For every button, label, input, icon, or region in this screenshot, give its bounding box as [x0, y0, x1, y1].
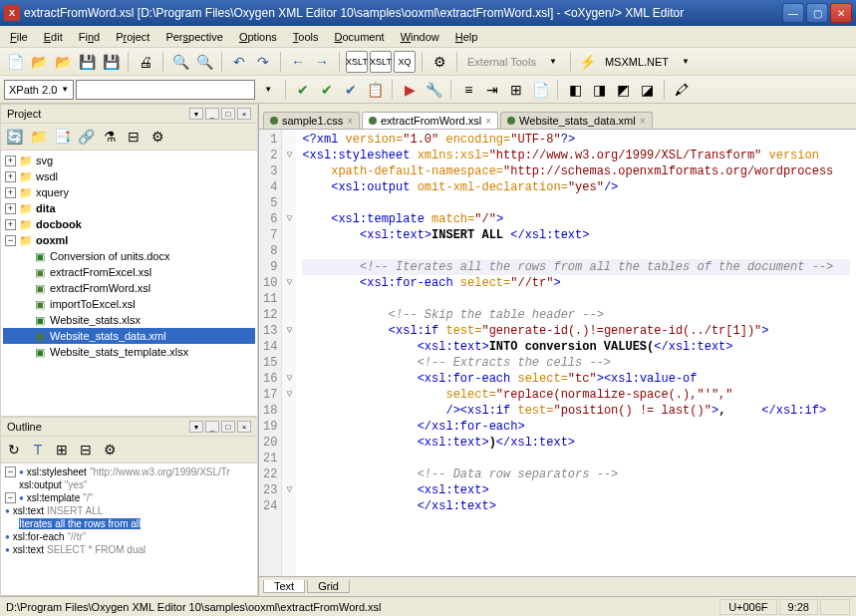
outline-min-icon[interactable]: _: [205, 421, 219, 433]
code-editor[interactable]: 123456789101112131415161718192021222324 …: [259, 130, 856, 576]
close-tab-icon[interactable]: ×: [347, 116, 353, 127]
outline-node[interactable]: ●xsl:for-each "//tr": [3, 530, 255, 543]
editor-tab[interactable]: Website_stats_data.xml×: [500, 112, 652, 129]
xq-icon[interactable]: XQ: [394, 51, 416, 73]
expand-icon[interactable]: +: [5, 171, 16, 182]
outline-gear-icon[interactable]: ⚙: [99, 439, 121, 461]
forward-icon[interactable]: →: [311, 51, 333, 73]
outline-node[interactable]: −●xsl:template "/": [3, 491, 255, 504]
search-icon[interactable]: 🔍: [169, 51, 191, 73]
expand-icon[interactable]: +: [5, 155, 16, 166]
refresh-icon[interactable]: 🔄: [3, 126, 25, 148]
schema-icon[interactable]: 📋: [364, 79, 386, 101]
menu-find[interactable]: Find: [71, 29, 108, 45]
tree-file[interactable]: ▣extractFromWord.xsl: [3, 280, 255, 296]
open-file-icon[interactable]: 📂: [28, 51, 50, 73]
outline-node[interactable]: −●xsl:stylesheet"http://www.w3.org/1999/…: [3, 465, 255, 478]
expand-icon[interactable]: −: [5, 235, 16, 246]
expand-icon[interactable]: +: [5, 219, 16, 230]
menu-project[interactable]: Project: [108, 29, 157, 45]
close-button[interactable]: ✕: [830, 3, 852, 23]
panel-menu-icon[interactable]: ▾: [189, 108, 203, 120]
tree-folder[interactable]: +📁dita: [3, 200, 255, 216]
outline-menu-icon[interactable]: ▾: [189, 421, 203, 433]
tree-file[interactable]: ▣Conversion of units.docx: [3, 248, 255, 264]
expand-icon[interactable]: +: [5, 187, 16, 198]
project-tree[interactable]: +📁svg+📁wsdl+📁xquery+📁dita+📁docbook−📁ooxm…: [1, 151, 257, 416]
doc-icon[interactable]: 📄: [529, 79, 551, 101]
editor-tab[interactable]: sample1.css×: [263, 112, 360, 129]
new-folder-icon[interactable]: 📁: [27, 126, 49, 148]
add-file-icon[interactable]: 📑: [51, 126, 73, 148]
panel-max-icon[interactable]: □: [221, 108, 235, 120]
external-tools-dropdown-icon[interactable]: ▼: [542, 51, 564, 73]
xpath-version-select[interactable]: XPath 2.0 ▼: [4, 80, 74, 100]
xslt-alt-icon[interactable]: XSLT: [370, 51, 392, 73]
engine-dropdown-chevron-icon[interactable]: ▼: [675, 51, 697, 73]
tree-folder[interactable]: +📁wsdl: [3, 168, 255, 184]
close-tab-icon[interactable]: ×: [485, 116, 491, 127]
outline-text-icon[interactable]: T: [27, 439, 49, 461]
outline-tree[interactable]: −●xsl:stylesheet"http://www.w3.org/1999/…: [1, 463, 257, 595]
outline-node[interactable]: ●xsl:text INSERT ALL: [3, 504, 255, 517]
editor-tab[interactable]: extractFromWord.xsl×: [362, 112, 498, 129]
indent-icon[interactable]: ⇥: [481, 79, 503, 101]
tag-icon[interactable]: ◧: [564, 79, 586, 101]
tree-folder[interactable]: +📁svg: [3, 153, 255, 168]
format-icon[interactable]: ≡: [457, 79, 479, 101]
save-icon[interactable]: 💾: [76, 51, 98, 73]
xslt-icon[interactable]: XSLT: [346, 51, 368, 73]
menu-tools[interactable]: Tools: [285, 29, 327, 45]
panel-close-icon[interactable]: ×: [237, 108, 251, 120]
tree-folder[interactable]: +📁xquery: [3, 184, 255, 200]
close-tab-icon[interactable]: ×: [640, 116, 646, 127]
tree-folder[interactable]: +📁docbook: [3, 216, 255, 232]
tree-file[interactable]: ▣Website_stats_template.xlsx: [3, 344, 255, 360]
engine-dropdown[interactable]: MSXML.NET: [601, 56, 673, 68]
tree-file[interactable]: ▣Website_stats.xlsx: [3, 312, 255, 328]
tab-text-view[interactable]: Text: [263, 580, 305, 593]
outline-max-icon[interactable]: □: [221, 421, 235, 433]
misc1-icon[interactable]: ◩: [612, 79, 634, 101]
menu-edit[interactable]: Edit: [36, 29, 71, 45]
expand-icon[interactable]: −: [5, 492, 16, 503]
menu-help[interactable]: Help: [447, 29, 486, 45]
tree-folder[interactable]: −📁ooxml: [3, 232, 255, 248]
gear-icon[interactable]: ⚙: [146, 126, 168, 148]
run-icon[interactable]: ▶: [399, 79, 421, 101]
minimize-button[interactable]: —: [782, 3, 804, 23]
menu-document[interactable]: Document: [327, 29, 393, 45]
engine-icon[interactable]: ⚡: [577, 51, 599, 73]
link-icon[interactable]: 🔗: [75, 126, 97, 148]
fold-gutter[interactable]: ▽ ▽ ▽ ▽ ▽▽ ▽: [282, 130, 296, 576]
panel-min-icon[interactable]: _: [205, 108, 219, 120]
tree-file[interactable]: ▣importToExcel.xsl: [3, 296, 255, 312]
back-icon[interactable]: ←: [287, 51, 309, 73]
menu-perspective[interactable]: Perspective: [157, 29, 230, 45]
wellformed-icon[interactable]: ✔: [340, 79, 362, 101]
filter-icon[interactable]: ⚗: [99, 126, 121, 148]
config-icon[interactable]: ⚙: [428, 51, 450, 73]
save-all-icon[interactable]: 💾: [100, 51, 122, 73]
xpath-input[interactable]: [76, 80, 255, 100]
menu-file[interactable]: File: [2, 29, 36, 45]
outline-update-icon[interactable]: ↻: [3, 439, 25, 461]
misc2-icon[interactable]: ◪: [636, 79, 658, 101]
print-icon[interactable]: 🖨: [135, 51, 156, 73]
outline-filter-icon[interactable]: ⊟: [75, 439, 97, 461]
tree-file[interactable]: ▣extractFromExcel.xsl: [3, 264, 255, 280]
open-url-icon[interactable]: 📂: [52, 51, 74, 73]
menu-window[interactable]: Window: [393, 29, 447, 45]
collapse-icon[interactable]: ⊟: [123, 126, 144, 148]
replace-icon[interactable]: 🔍: [193, 51, 215, 73]
expand-icon[interactable]: +: [5, 203, 16, 214]
expand-icon[interactable]: −: [5, 466, 16, 477]
highlight-icon[interactable]: 🖍: [671, 79, 693, 101]
debug-icon[interactable]: 🔧: [423, 79, 444, 101]
redo-icon[interactable]: ↷: [252, 51, 274, 73]
undo-icon[interactable]: ↶: [228, 51, 250, 73]
validate-icon[interactable]: ✔: [292, 79, 314, 101]
outline-tree-icon[interactable]: ⊞: [51, 439, 73, 461]
xpath-dropdown-icon[interactable]: ▼: [257, 79, 279, 101]
maximize-button[interactable]: ▢: [806, 3, 828, 23]
